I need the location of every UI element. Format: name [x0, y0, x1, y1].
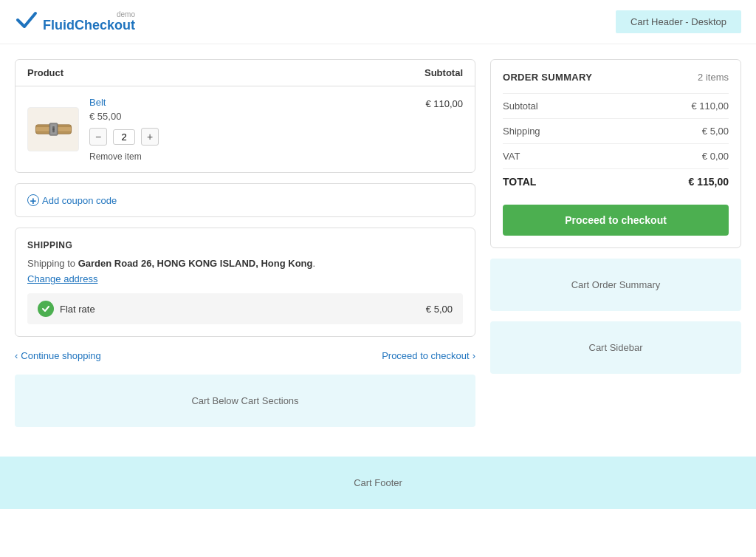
remove-item-link[interactable]: Remove item: [89, 151, 142, 162]
logo-text: demo FluidCheckout: [43, 10, 135, 33]
product-info: Belt € 55,00 − + Remove item: [89, 97, 415, 162]
proceed-checkout-nav-link[interactable]: Proceed to checkout ›: [382, 350, 475, 361]
below-cart-label: Cart Below Cart Sections: [191, 395, 298, 406]
proceed-to-checkout-button[interactable]: Proceed to checkout: [503, 205, 729, 236]
coupon-label: Add coupon code: [42, 195, 117, 206]
qty-increase-button[interactable]: +: [141, 128, 159, 146]
product-column-header: Product: [27, 67, 63, 78]
shipping-label: Shipping: [503, 126, 540, 137]
cart-sidebar-label: Cart Sidebar: [589, 342, 643, 353]
summary-row-subtotal: Subtotal € 110,00: [503, 93, 729, 118]
cart-table: Product Subtotal Belt: [15, 59, 475, 173]
qty-control: − +: [89, 128, 415, 146]
flat-rate-check-icon: [38, 301, 54, 317]
logo-brand-label: FluidCheckout: [43, 18, 135, 33]
summary-row-shipping: Shipping € 5,00: [503, 118, 729, 143]
order-summary: ORDER SUMMARY 2 items Subtotal € 110,00 …: [490, 59, 741, 248]
chevron-right-icon: ›: [472, 350, 475, 361]
shipping-address-end: .: [312, 258, 315, 269]
coupon-section: + Add coupon code: [15, 183, 475, 217]
shipping-value: € 5,00: [702, 126, 729, 137]
shipping-section: SHIPPING Shipping to Garden Road 26, HON…: [15, 228, 475, 337]
shipping-address: Shipping to Garden Road 26, HONG KONG IS…: [27, 258, 463, 269]
product-name[interactable]: Belt: [89, 97, 415, 108]
shipping-title: SHIPPING: [27, 240, 463, 250]
continue-shopping-label: Continue shopping: [21, 350, 100, 361]
flat-rate-row: Flat rate € 5,00: [27, 293, 463, 324]
qty-input[interactable]: [113, 129, 135, 145]
summary-items-count: 2 items: [698, 72, 729, 83]
flat-rate-left: Flat rate: [38, 301, 95, 317]
cart-footer: Cart Footer: [0, 457, 756, 509]
logo-icon: [15, 7, 38, 36]
flat-rate-label: Flat rate: [60, 304, 95, 315]
right-column: ORDER SUMMARY 2 items Subtotal € 110,00 …: [490, 59, 741, 374]
main-content: Product Subtotal Belt: [0, 44, 756, 442]
total-value: € 115,00: [689, 176, 729, 188]
subtotal-value: € 110,00: [691, 100, 729, 112]
total-label: TOTAL: [503, 176, 536, 188]
header-badge: Cart Header - Desktop: [616, 10, 741, 33]
summary-title: ORDER SUMMARY: [503, 72, 592, 83]
chevron-left-icon: ‹: [15, 350, 18, 361]
cart-order-summary-placeholder: Cart Order Summary: [490, 259, 741, 311]
continue-shopping-link[interactable]: ‹ Continue shopping: [15, 350, 101, 361]
vat-label: VAT: [503, 151, 520, 162]
qty-decrease-button[interactable]: −: [89, 128, 107, 146]
summary-row-vat: VAT € 0,00: [503, 143, 729, 168]
product-image: [27, 107, 79, 151]
summary-header: ORDER SUMMARY 2 items: [503, 72, 729, 83]
product-subtotal: € 110,00: [425, 97, 463, 109]
subtotal-column-header: Subtotal: [425, 67, 463, 78]
svg-point-5: [52, 129, 55, 131]
cart-item-row: Belt € 55,00 − + Remove item € 110,00: [16, 86, 475, 172]
cart-table-header: Product Subtotal: [16, 60, 475, 86]
shipping-to-label: Shipping to: [27, 258, 75, 269]
add-coupon-link[interactable]: + Add coupon code: [27, 194, 463, 206]
product-price: € 55,00: [89, 111, 415, 122]
vat-value: € 0,00: [702, 151, 729, 162]
below-cart-section: Cart Below Cart Sections: [15, 375, 475, 427]
subtotal-label: Subtotal: [503, 100, 538, 112]
coupon-plus-icon: +: [27, 194, 39, 206]
proceed-checkout-nav-label: Proceed to checkout: [382, 350, 470, 361]
summary-row-total: TOTAL € 115,00: [503, 168, 729, 194]
flat-rate-price: € 5,00: [426, 304, 453, 315]
shipping-address-bold: Garden Road 26, HONG KONG ISLAND, Hong K…: [78, 258, 313, 269]
cart-navigation: ‹ Continue shopping Proceed to checkout …: [15, 347, 475, 364]
left-column: Product Subtotal Belt: [15, 59, 475, 427]
cart-footer-label: Cart Footer: [354, 477, 402, 488]
change-address-link[interactable]: Change address: [27, 273, 463, 284]
site-header: demo FluidCheckout Cart Header - Desktop: [0, 0, 756, 44]
logo: demo FluidCheckout: [15, 7, 135, 36]
cart-order-summary-label: Cart Order Summary: [571, 279, 661, 290]
cart-sidebar-placeholder: Cart Sidebar: [490, 321, 741, 374]
